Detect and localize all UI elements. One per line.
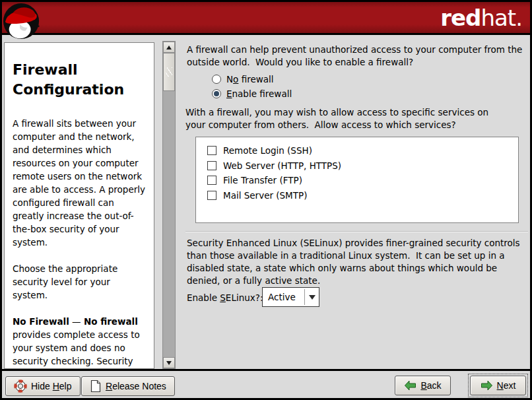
release-notes-label: Release Notes (106, 381, 166, 391)
services-list: Remote Login (SSH) Web Server (HTTP, HTT… (195, 137, 519, 223)
life-preserver-icon (14, 380, 27, 393)
header-banner: redhat. (2, 2, 530, 35)
arrow-right-icon (481, 380, 493, 391)
no-firewall-term: No Firewall (13, 316, 69, 327)
redhat-shadowman-logo-icon (3, 3, 41, 41)
radio-no-firewall-label: No firewall (226, 74, 274, 84)
scrollbar-trough[interactable] (163, 53, 175, 357)
back-label: Back (420, 380, 441, 391)
redhat-wordmark: redhat. (440, 5, 522, 31)
radio-enable-firewall[interactable]: Enable firewall (212, 86, 292, 101)
arrow-up-icon (166, 46, 172, 50)
hide-help-label: Hide Help (31, 381, 72, 391)
help-paragraph-2: Choose the appropriate security level fo… (13, 262, 147, 302)
hide-help-button[interactable]: Hide Help (5, 376, 81, 396)
selinux-dropdown-value: Active (263, 288, 304, 306)
selinux-dropdown[interactable]: Active (262, 287, 319, 307)
radio-no-firewall[interactable]: No firewall (212, 72, 292, 86)
scroll-up-button[interactable] (163, 42, 175, 53)
radio-button-selected-icon (212, 89, 221, 98)
next-button-focus-ring: Next (468, 374, 528, 397)
section-separator (185, 231, 528, 232)
radio-button-icon (212, 75, 221, 84)
dash: — (69, 316, 84, 327)
document-icon (90, 380, 102, 393)
radio-enable-firewall-label: Enable firewall (226, 88, 292, 99)
installer-window: redhat. Firewall Configuration A firewal… (0, 0, 532, 400)
help-paragraph-1: A firewall sits between your computer an… (13, 117, 147, 249)
back-button[interactable]: Back (395, 376, 451, 395)
selinux-description-text: Security Enhanced Linux (SELinux) provid… (187, 237, 523, 287)
help-paragraph-3: No Firewall — No firewall provides compl… (13, 315, 147, 369)
help-scrollbar[interactable] (162, 41, 176, 369)
checkbox-file-transfer-ftp[interactable]: File Transfer (FTP) (207, 173, 518, 188)
release-notes-button[interactable]: Release Notes (81, 376, 175, 396)
checkbox-icon (207, 176, 216, 185)
firewall-intro-text: A firewall can help prevent unauthorized… (187, 44, 526, 69)
next-label: Next (497, 380, 516, 391)
scroll-down-button[interactable] (163, 357, 175, 368)
checkbox-icon (207, 146, 216, 155)
scrollbar-thumb[interactable] (163, 53, 175, 91)
help-panel: Firewall Configuration A firewall sits b… (4, 42, 154, 369)
next-button[interactable]: Next (470, 376, 526, 395)
footer-divider (2, 369, 530, 371)
firewall-radio-group: No firewall Enable firewall (212, 72, 292, 101)
selinux-label: Enable SELinux?: (187, 292, 263, 303)
wordmark-red: red (440, 5, 481, 31)
arrow-down-icon (166, 361, 172, 365)
arrow-left-icon (404, 380, 416, 391)
wordmark-dot: . (515, 5, 522, 31)
checkbox-label: Web Server (HTTP, HTTPS) (223, 160, 341, 171)
help-panel-title: Firewall Configuration (13, 60, 147, 100)
checkbox-remote-login-ssh[interactable]: Remote Login (SSH) (207, 143, 518, 158)
chevron-down-icon (305, 288, 319, 306)
checkbox-mail-server-smtp[interactable]: Mail Server (SMTP) (207, 188, 518, 203)
checkbox-label: File Transfer (FTP) (223, 175, 302, 185)
checkbox-label: Remote Login (SSH) (223, 145, 312, 156)
checkbox-icon (207, 191, 216, 200)
no-firewall-term-2: No firewall (84, 316, 138, 327)
checkbox-icon (207, 161, 216, 170)
checkbox-label: Mail Server (SMTP) (223, 190, 307, 201)
checkbox-web-server-http[interactable]: Web Server (HTTP, HTTPS) (207, 158, 518, 174)
wordmark-hat: hat (481, 5, 515, 31)
services-intro-text: With a firewall, you may wish to allow a… (185, 106, 510, 131)
help-paragraph-3-body: provides complete access to your system … (13, 329, 140, 369)
